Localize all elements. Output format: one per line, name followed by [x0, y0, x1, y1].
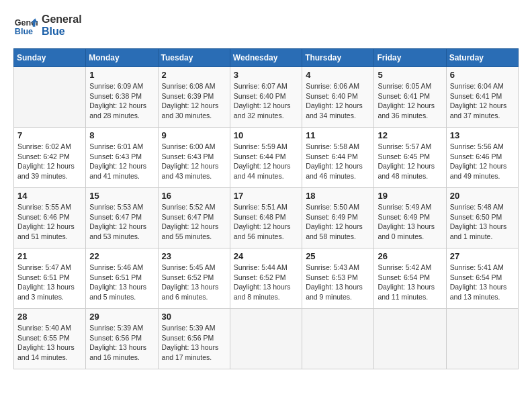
- calendar-cell: [374, 309, 446, 369]
- calendar-cell: 8Sunrise: 6:01 AMSunset: 6:43 PMDaylight…: [86, 128, 158, 188]
- calendar-cell: 17Sunrise: 5:51 AMSunset: 6:48 PMDayligh…: [230, 188, 302, 248]
- day-number: 21: [17, 251, 82, 261]
- day-info: Sunrise: 6:05 AMSunset: 6:41 PMDaylight:…: [378, 81, 442, 121]
- week-row-4: 21Sunrise: 5:47 AMSunset: 6:51 PMDayligh…: [14, 248, 519, 309]
- day-info: Sunrise: 5:53 AMSunset: 6:47 PMDaylight:…: [89, 202, 154, 242]
- day-number: 24: [234, 251, 298, 261]
- calendar-cell: [14, 67, 86, 128]
- day-info: Sunrise: 5:43 AMSunset: 6:53 PMDaylight:…: [306, 263, 370, 302]
- calendar-cell: [446, 309, 518, 369]
- calendar-cell: 15Sunrise: 5:53 AMSunset: 6:47 PMDayligh…: [86, 188, 158, 248]
- weekday-saturday: Saturday: [446, 49, 518, 67]
- calendar-cell: 27Sunrise: 5:41 AMSunset: 6:54 PMDayligh…: [446, 248, 518, 309]
- calendar-cell: 9Sunrise: 6:00 AMSunset: 6:43 PMDaylight…: [158, 128, 230, 188]
- day-number: 25: [306, 251, 370, 261]
- weekday-header-row: SundayMondayTuesdayWednesdayThursdayFrid…: [14, 49, 519, 67]
- day-info: Sunrise: 5:49 AMSunset: 6:49 PMDaylight:…: [378, 202, 442, 242]
- day-info: Sunrise: 5:46 AMSunset: 6:51 PMDaylight:…: [89, 263, 154, 302]
- day-number: 19: [378, 191, 442, 201]
- calendar-cell: [302, 309, 374, 369]
- calendar-cell: 6Sunrise: 6:04 AMSunset: 6:41 PMDaylight…: [446, 67, 518, 128]
- day-number: 10: [234, 130, 298, 140]
- day-number: 22: [89, 251, 154, 261]
- day-number: 4: [306, 70, 370, 80]
- day-number: 16: [162, 191, 226, 201]
- day-number: 17: [234, 191, 298, 201]
- day-info: Sunrise: 5:47 AMSunset: 6:51 PMDaylight:…: [17, 263, 82, 302]
- calendar-cell: 23Sunrise: 5:45 AMSunset: 6:52 PMDayligh…: [158, 248, 230, 309]
- weekday-monday: Monday: [86, 49, 158, 67]
- calendar-cell: 21Sunrise: 5:47 AMSunset: 6:51 PMDayligh…: [14, 248, 86, 309]
- logo-icon: General Blue: [13, 13, 38, 38]
- calendar-cell: 19Sunrise: 5:49 AMSunset: 6:49 PMDayligh…: [374, 188, 446, 248]
- day-info: Sunrise: 6:07 AMSunset: 6:40 PMDaylight:…: [234, 81, 298, 121]
- day-number: 15: [89, 191, 154, 201]
- day-info: Sunrise: 5:56 AMSunset: 6:46 PMDaylight:…: [450, 142, 515, 181]
- calendar-cell: 29Sunrise: 5:39 AMSunset: 6:56 PMDayligh…: [86, 309, 158, 369]
- week-row-5: 28Sunrise: 5:40 AMSunset: 6:55 PMDayligh…: [14, 309, 519, 369]
- day-info: Sunrise: 5:40 AMSunset: 6:55 PMDaylight:…: [17, 323, 82, 363]
- day-number: 6: [450, 70, 515, 80]
- day-info: Sunrise: 5:45 AMSunset: 6:52 PMDaylight:…: [162, 263, 226, 302]
- logo-text-general: General: [42, 13, 82, 26]
- day-info: Sunrise: 5:59 AMSunset: 6:44 PMDaylight:…: [234, 142, 298, 181]
- day-number: 27: [450, 251, 515, 261]
- calendar-cell: 20Sunrise: 5:48 AMSunset: 6:50 PMDayligh…: [446, 188, 518, 248]
- calendar-cell: 2Sunrise: 6:08 AMSunset: 6:39 PMDaylight…: [158, 67, 230, 128]
- day-number: 14: [17, 191, 82, 201]
- calendar-cell: 14Sunrise: 5:55 AMSunset: 6:46 PMDayligh…: [14, 188, 86, 248]
- day-info: Sunrise: 6:02 AMSunset: 6:42 PMDaylight:…: [17, 142, 82, 181]
- day-number: 5: [378, 70, 442, 80]
- day-number: 28: [17, 312, 82, 322]
- week-row-2: 7Sunrise: 6:02 AMSunset: 6:42 PMDaylight…: [14, 128, 519, 188]
- weekday-friday: Friday: [374, 49, 446, 67]
- day-info: Sunrise: 6:06 AMSunset: 6:40 PMDaylight:…: [306, 81, 370, 121]
- day-number: 11: [306, 130, 370, 140]
- svg-text:Blue: Blue: [15, 27, 33, 36]
- day-info: Sunrise: 5:50 AMSunset: 6:49 PMDaylight:…: [306, 202, 370, 242]
- day-info: Sunrise: 5:52 AMSunset: 6:47 PMDaylight:…: [162, 202, 226, 242]
- day-info: Sunrise: 5:57 AMSunset: 6:45 PMDaylight:…: [378, 142, 442, 181]
- calendar-cell: 10Sunrise: 5:59 AMSunset: 6:44 PMDayligh…: [230, 128, 302, 188]
- day-info: Sunrise: 5:39 AMSunset: 6:56 PMDaylight:…: [162, 323, 226, 363]
- day-number: 12: [378, 130, 442, 140]
- calendar-cell: 12Sunrise: 5:57 AMSunset: 6:45 PMDayligh…: [374, 128, 446, 188]
- day-number: 13: [450, 130, 515, 140]
- day-info: Sunrise: 5:51 AMSunset: 6:48 PMDaylight:…: [234, 202, 298, 242]
- day-info: Sunrise: 5:55 AMSunset: 6:46 PMDaylight:…: [17, 202, 82, 242]
- calendar-cell: 22Sunrise: 5:46 AMSunset: 6:51 PMDayligh…: [86, 248, 158, 309]
- day-number: 30: [162, 312, 226, 322]
- week-row-1: 1Sunrise: 6:09 AMSunset: 6:38 PMDaylight…: [14, 67, 519, 128]
- day-number: 2: [162, 70, 226, 80]
- day-info: Sunrise: 6:08 AMSunset: 6:39 PMDaylight:…: [162, 81, 226, 121]
- calendar-body: 1Sunrise: 6:09 AMSunset: 6:38 PMDaylight…: [14, 67, 519, 369]
- day-number: 7: [17, 130, 82, 140]
- calendar-cell: 13Sunrise: 5:56 AMSunset: 6:46 PMDayligh…: [446, 128, 518, 188]
- weekday-sunday: Sunday: [14, 49, 86, 67]
- day-info: Sunrise: 5:48 AMSunset: 6:50 PMDaylight:…: [450, 202, 515, 242]
- calendar-cell: 28Sunrise: 5:40 AMSunset: 6:55 PMDayligh…: [14, 309, 86, 369]
- calendar-cell: 18Sunrise: 5:50 AMSunset: 6:49 PMDayligh…: [302, 188, 374, 248]
- day-number: 20: [450, 191, 515, 201]
- day-number: 26: [378, 251, 442, 261]
- calendar-cell: 1Sunrise: 6:09 AMSunset: 6:38 PMDaylight…: [86, 67, 158, 128]
- day-number: 18: [306, 191, 370, 201]
- day-info: Sunrise: 5:39 AMSunset: 6:56 PMDaylight:…: [89, 323, 154, 363]
- day-info: Sunrise: 5:42 AMSunset: 6:54 PMDaylight:…: [378, 263, 442, 302]
- logo-text-blue: Blue: [42, 26, 82, 38]
- logo: General Blue General Blue: [13, 13, 82, 38]
- day-number: 1: [89, 70, 154, 80]
- week-row-3: 14Sunrise: 5:55 AMSunset: 6:46 PMDayligh…: [14, 188, 519, 248]
- day-number: 23: [162, 251, 226, 261]
- day-info: Sunrise: 5:41 AMSunset: 6:54 PMDaylight:…: [450, 263, 515, 302]
- day-number: 9: [162, 130, 226, 140]
- day-info: Sunrise: 6:01 AMSunset: 6:43 PMDaylight:…: [89, 142, 154, 181]
- day-number: 8: [89, 130, 154, 140]
- calendar-header: SundayMondayTuesdayWednesdayThursdayFrid…: [14, 49, 519, 67]
- calendar-cell: [230, 309, 302, 369]
- weekday-wednesday: Wednesday: [230, 49, 302, 67]
- calendar-cell: 7Sunrise: 6:02 AMSunset: 6:42 PMDaylight…: [14, 128, 86, 188]
- calendar-cell: 26Sunrise: 5:42 AMSunset: 6:54 PMDayligh…: [374, 248, 446, 309]
- day-info: Sunrise: 6:09 AMSunset: 6:38 PMDaylight:…: [89, 81, 154, 121]
- calendar-table: SundayMondayTuesdayWednesdayThursdayFrid…: [13, 48, 519, 369]
